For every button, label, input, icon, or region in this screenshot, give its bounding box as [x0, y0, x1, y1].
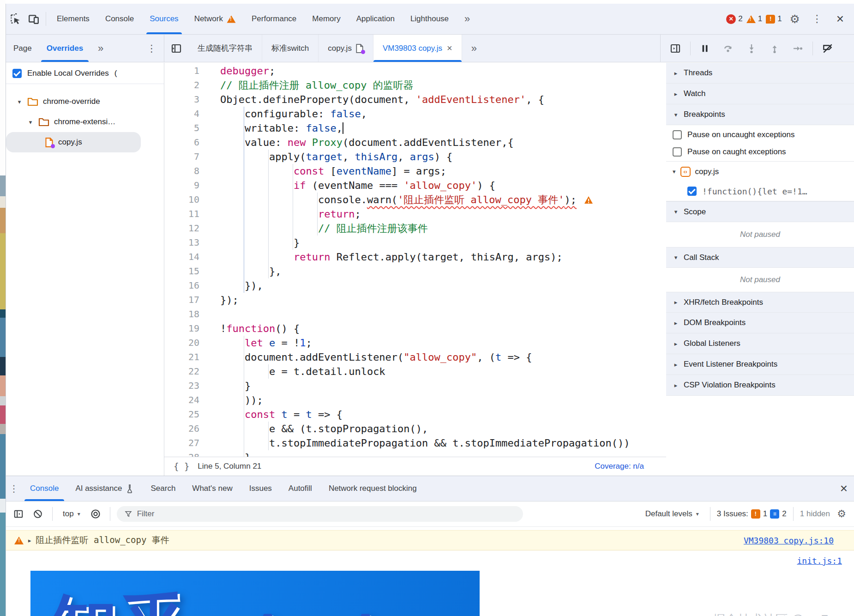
context-selector[interactable]: top ▾	[59, 509, 84, 519]
tab-network[interactable]: Network	[186, 4, 244, 34]
device-toolbar-icon[interactable]	[24, 10, 43, 28]
toggle-debugger-sidebar-icon[interactable]	[666, 39, 685, 58]
tab-lighthouse[interactable]: Lighthouse	[403, 4, 457, 34]
drawer-tab-issues[interactable]: Issues	[241, 476, 280, 501]
more-tabs-chevron-icon[interactable]: »	[457, 4, 478, 34]
code-line[interactable]: 3Object.defineProperty(document, 'addEve…	[164, 92, 666, 107]
breakpoint-file-group[interactable]: ▾ ‹› copy.js	[666, 162, 854, 181]
tree-item-copyjs[interactable]: copy.js	[6, 132, 141, 152]
console-settings-gear-icon[interactable]: ⚙	[834, 505, 849, 523]
drawer-kebab-icon[interactable]: ⋮	[6, 479, 22, 498]
step-icon[interactable]	[788, 39, 807, 58]
drawer-tab-autofill[interactable]: Autofill	[280, 476, 320, 501]
tab-console[interactable]: Console	[97, 4, 142, 34]
source-link[interactable]: init.js:1	[797, 556, 842, 566]
breakpoint-entry[interactable]: !function(){let e=!1…	[666, 181, 854, 201]
tree-item-chrome-extension[interactable]: ▾ chrome-extensi…	[6, 112, 164, 132]
settings-gear-icon[interactable]: ⚙	[786, 10, 804, 28]
close-drawer-icon[interactable]: ×	[834, 481, 854, 496]
enable-local-overrides-row[interactable]: Enable Local Overrides (	[6, 63, 164, 84]
section-dom-breakpoints[interactable]: ▸ DOM Breakpoints	[666, 313, 854, 333]
pause-caught-row[interactable]: Pause on caught exceptions	[666, 143, 854, 160]
hidden-messages-label[interactable]: 1 hidden	[800, 509, 830, 519]
code-line[interactable]: 22 e = t.detail.unlock	[164, 364, 666, 379]
code-line[interactable]: 9 if (eventName === 'allow_copy') {	[164, 178, 666, 193]
code-line[interactable]: 13 }	[164, 236, 666, 250]
code-line[interactable]: 18	[164, 307, 666, 321]
section-watch[interactable]: ▸ Watch	[666, 84, 854, 104]
tab-sources[interactable]: Sources	[142, 4, 186, 34]
section-global-listeners[interactable]: ▸ Global Listeners	[666, 333, 854, 354]
drawer-tab-search[interactable]: Search	[142, 476, 184, 501]
code-line[interactable]: 21 document.addEventListener("allow_copy…	[164, 350, 666, 364]
code-line[interactable]: 16 }),	[164, 278, 666, 293]
tab-elements[interactable]: Elements	[49, 4, 97, 34]
code-line[interactable]: 5 writable: false,	[164, 121, 666, 135]
editor-tab-random-string[interactable]: 生成随机字符串	[188, 35, 262, 62]
editor-tab-vm39803-copyjs[interactable]: VM39803 copy.js ×	[373, 35, 462, 62]
code-line[interactable]: 20 let e = !1;	[164, 336, 666, 350]
sidebar-more-tabs-chevron-icon[interactable]: »	[90, 35, 111, 62]
live-expression-eye-icon[interactable]	[88, 505, 103, 523]
section-breakpoints[interactable]: ▾ Breakpoints	[666, 104, 854, 125]
deactivate-breakpoints-icon[interactable]	[818, 39, 837, 58]
close-tab-icon[interactable]: ×	[447, 43, 452, 54]
code-line[interactable]: 17});	[164, 293, 666, 307]
code-line[interactable]: 28 }	[164, 450, 666, 457]
kebab-menu-icon[interactable]: ⋮	[808, 10, 826, 28]
coverage-link[interactable]: Coverage: n/a	[595, 462, 644, 471]
tab-application[interactable]: Application	[349, 4, 403, 34]
source-link[interactable]: VM39803 copy.js:10	[744, 536, 834, 545]
code-line[interactable]: 6 value: new Proxy(document.addEventList…	[164, 135, 666, 150]
log-levels-dropdown[interactable]: Default levels ▾	[641, 509, 704, 519]
code-line[interactable]: 11 return;	[164, 207, 666, 221]
code-line[interactable]: 12 // 阻止插件注册该事件	[164, 221, 666, 236]
drawer-tab-ai-assistance[interactable]: AI assistance	[67, 476, 142, 501]
code-line[interactable]: 7 apply(target, thisArg, args) {	[164, 150, 666, 164]
section-xhr-breakpoints[interactable]: ▸ XHR/fetch Breakpoints	[666, 292, 854, 313]
step-over-icon[interactable]	[719, 39, 738, 58]
code-line[interactable]: 8 const [eventName] = args;	[164, 164, 666, 178]
code-line[interactable]: 24 ));	[164, 393, 666, 407]
code-line[interactable]: 1debugger;	[164, 64, 666, 78]
pause-caught-checkbox[interactable]	[673, 147, 682, 157]
code-line[interactable]: 27 t.stopImmediatePropagation && t.stopI…	[164, 436, 666, 450]
drawer-tab-network-request-blocking[interactable]: Network request blocking	[320, 476, 425, 501]
section-threads[interactable]: ▸ Threads	[666, 63, 854, 84]
code-line[interactable]: 19!function() {	[164, 321, 666, 336]
editor-tab-standard-switch[interactable]: 标准switch	[262, 35, 319, 62]
pause-uncaught-checkbox[interactable]	[673, 130, 682, 139]
pretty-print-icon[interactable]: { }	[174, 461, 189, 471]
code-line[interactable]: 14 return Reflect.apply(target, thisArg,…	[164, 250, 666, 264]
pause-script-icon[interactable]	[696, 39, 715, 58]
enable-local-overrides-checkbox[interactable]	[12, 69, 22, 78]
code-line[interactable]: 2// 阻止插件注册 allow_copy 的监听器	[164, 78, 666, 92]
step-into-icon[interactable]	[742, 39, 761, 58]
error-count-badge[interactable]: ✕ 2	[726, 14, 742, 24]
console-filter-input[interactable]: Filter	[117, 506, 523, 522]
code-line[interactable]: 10 console.warn('阻止插件监听 allow_copy 事件');	[164, 193, 666, 207]
drawer-tab-console[interactable]: Console	[22, 476, 67, 501]
tab-performance[interactable]: Performance	[244, 4, 304, 34]
section-csp-violation-breakpoints[interactable]: ▸ CSP Violation Breakpoints	[666, 375, 854, 396]
tab-overrides[interactable]: Overrides	[39, 35, 90, 62]
code-line[interactable]: 23 }	[164, 379, 666, 393]
inspect-element-icon[interactable]	[6, 10, 24, 28]
code-line[interactable]: 26 e && (t.stopPropagation(),	[164, 422, 666, 436]
editor-more-tabs-chevron-icon[interactable]: »	[462, 35, 486, 62]
toggle-navigator-icon[interactable]	[167, 39, 186, 58]
expand-triangle-icon[interactable]: ▸	[28, 537, 31, 544]
sidebar-kebab-icon[interactable]: ⋮	[139, 35, 164, 62]
drawer-tab-whats-new[interactable]: What's new	[184, 476, 241, 501]
console-warning-message[interactable]: ▸ 阻止插件监听 allow_copy 事件 VM39803 copy.js:1…	[6, 530, 854, 550]
issue-count-badge[interactable]: ! 1	[766, 14, 782, 24]
section-call-stack[interactable]: ▾ Call Stack	[666, 247, 854, 268]
tree-item-chrome-override[interactable]: ▾ chrome-override	[6, 91, 164, 112]
clear-console-icon[interactable]	[30, 505, 46, 523]
step-out-icon[interactable]	[765, 39, 784, 58]
editor-tab-copyjs[interactable]: copy.js	[319, 35, 373, 62]
close-devtools-icon[interactable]: ×	[830, 12, 850, 26]
pause-uncaught-row[interactable]: Pause on uncaught exceptions	[666, 126, 854, 143]
code-line[interactable]: 4 configurable: false,	[164, 107, 666, 121]
tab-memory[interactable]: Memory	[304, 4, 348, 34]
